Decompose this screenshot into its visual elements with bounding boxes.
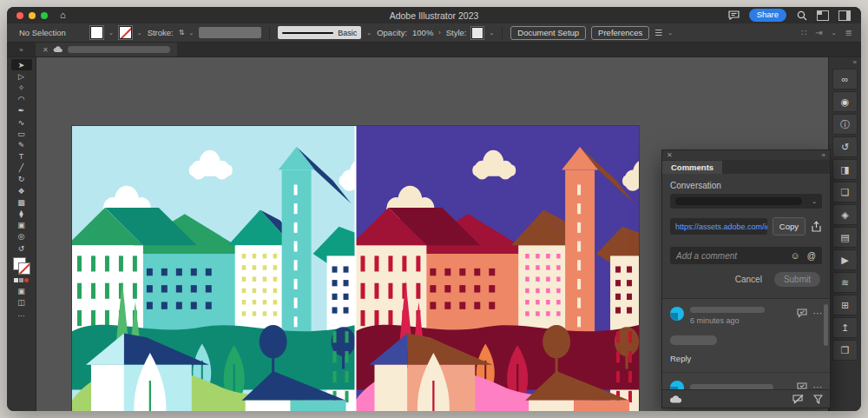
document-setup-button[interactable]: Document Setup xyxy=(510,26,586,40)
stroke-color-chevron[interactable]: ⌄ xyxy=(137,30,142,36)
arrange-options-icon[interactable]: ≣ xyxy=(845,28,852,37)
comment-overflow-icon[interactable]: ⋯ xyxy=(813,382,823,389)
layers-icon[interactable]: ◈ xyxy=(832,204,858,225)
snap-options-chevron[interactable]: ⌄ xyxy=(832,30,837,36)
line-segment-tool[interactable]: ╱ xyxy=(11,163,32,174)
properties-icon[interactable]: ≋ xyxy=(832,272,858,293)
direct-selection-tool[interactable]: ▷ xyxy=(11,70,32,82)
opacity-value[interactable]: 100% xyxy=(412,28,433,37)
shape-builder-tool[interactable]: ❖ xyxy=(11,185,32,196)
cloud-sync-icon[interactable] xyxy=(669,395,682,403)
chevron-down-icon: ⌄ xyxy=(812,198,817,205)
add-comment-input[interactable]: Add a comment ☺ @ xyxy=(670,247,822,264)
align-icon[interactable]: ⊞ xyxy=(832,295,858,315)
hand-tool[interactable]: ↺ xyxy=(11,242,32,254)
commenter-name-redacted xyxy=(690,307,765,313)
conversation-dropdown[interactable]: ⌄ xyxy=(670,194,822,209)
gradient-icon[interactable]: ◨ xyxy=(832,159,858,180)
libraries-icon[interactable]: ∞ xyxy=(832,69,858,90)
search-icon[interactable] xyxy=(796,10,807,21)
lasso-tool[interactable]: ◠ xyxy=(11,94,32,105)
color-mode-buttons[interactable] xyxy=(14,278,29,282)
actions-icon[interactable]: ▶ xyxy=(832,249,858,270)
reply-link[interactable]: Reply xyxy=(670,354,822,363)
resolve-comment-icon[interactable] xyxy=(797,382,807,390)
home-icon[interactable]: ⌂ xyxy=(60,10,66,20)
comment-item[interactable]: 6 minutes ago ⋯ xyxy=(670,307,822,325)
swatches-icon[interactable]: ❏ xyxy=(832,182,858,202)
info-icon[interactable]: ⓘ xyxy=(832,114,858,135)
magic-wand-tool[interactable]: ✧ xyxy=(11,82,32,93)
panel-collapse-icon[interactable]: » xyxy=(822,151,825,159)
share-button[interactable]: Share xyxy=(749,9,786,21)
snap-options-icon[interactable]: ⇥ xyxy=(815,28,822,37)
version-history-icon[interactable]: ↺ xyxy=(832,136,858,157)
comment-timestamp: 6 minutes ago xyxy=(690,316,791,325)
zoom-window-button[interactable] xyxy=(41,12,48,19)
rotate-tool[interactable]: ↻ xyxy=(11,174,32,185)
close-document-icon[interactable]: ✕ xyxy=(43,46,49,54)
fill-color-chevron[interactable]: ⌄ xyxy=(108,30,114,36)
symbols-icon[interactable]: ❐ xyxy=(832,340,858,361)
panel-layout-icon[interactable] xyxy=(838,10,851,21)
gradient-tool[interactable]: ▩ xyxy=(11,196,32,208)
document-tab-bar: » ✕ xyxy=(7,43,861,57)
avatar xyxy=(670,381,684,389)
preferences-button[interactable]: Preferences xyxy=(591,26,649,40)
opacity-chevron[interactable]: › xyxy=(438,30,440,36)
document-tab[interactable]: ✕ xyxy=(36,43,177,56)
pen-tool[interactable]: ✒ xyxy=(11,105,32,116)
paintbrush-tool[interactable]: ✎ xyxy=(11,139,32,150)
rectangle-tool[interactable]: ▭ xyxy=(11,128,32,139)
hide-resolved-comments-icon[interactable] xyxy=(792,395,805,404)
draw-mode-icon[interactable]: ▣ xyxy=(11,285,32,296)
style-swatch[interactable] xyxy=(471,27,483,39)
color-icon[interactable]: ◉ xyxy=(832,91,858,112)
comment-bubble-icon[interactable] xyxy=(728,10,740,21)
eyedropper-tool[interactable]: ⧫ xyxy=(11,208,32,219)
variable-width-profile-field[interactable] xyxy=(199,27,261,38)
dock-collapse-icon[interactable]: » xyxy=(853,58,857,67)
share-url-field[interactable]: https://assets.adobe.com/id/ur... xyxy=(670,218,767,235)
curvature-tool[interactable]: ∿ xyxy=(11,116,32,128)
fill-stroke-indicator[interactable] xyxy=(13,257,30,275)
comment-overflow-icon[interactable]: ⋯ xyxy=(813,308,823,318)
text-options-icon[interactable]: ☰ xyxy=(654,28,662,37)
stroke-weight-stepper[interactable]: ⇅ xyxy=(179,29,184,36)
grid-options-icon[interactable]: ∷ xyxy=(801,28,806,37)
more-tools-button[interactable]: … xyxy=(11,309,32,320)
stroke-indicator[interactable] xyxy=(18,262,30,275)
emoji-icon[interactable]: ☺ xyxy=(791,250,800,261)
fill-color-swatch[interactable] xyxy=(90,26,103,39)
workspace-switcher-icon[interactable] xyxy=(817,10,829,21)
artboard-tool[interactable]: ▣ xyxy=(11,220,32,231)
toolbar-collapse-icon[interactable]: » xyxy=(7,46,36,54)
copy-button[interactable]: Copy xyxy=(773,217,806,236)
brush-chevron[interactable]: ⌄ xyxy=(366,30,372,36)
submit-button[interactable]: Submit xyxy=(774,272,820,287)
share-upload-icon[interactable] xyxy=(811,221,822,233)
comments-scrollbar-thumb[interactable] xyxy=(824,304,828,346)
mention-icon[interactable]: @ xyxy=(807,251,816,261)
artboards-icon[interactable]: ▤ xyxy=(832,227,858,248)
selection-tool[interactable]: ➤ xyxy=(11,59,32,70)
tools-panel: ➤ ▷ ✧ ◠ ✒ ∿ ▭ ✎ T ╱ ↻ ❖ ▩ ⧫ ▣ ◎ ↺ ▣ ◫ xyxy=(7,57,36,411)
zoom-tool[interactable]: ◎ xyxy=(11,231,32,242)
stroke-weight-chevron[interactable]: ⌄ xyxy=(188,30,194,36)
tab-comments[interactable]: Comments xyxy=(662,161,722,174)
stroke-color-swatch[interactable] xyxy=(119,26,132,39)
export-icon[interactable]: ↥ xyxy=(832,317,858,338)
close-window-button[interactable] xyxy=(16,12,23,19)
filter-icon[interactable] xyxy=(813,395,823,404)
text-options-chevron[interactable]: ⌄ xyxy=(667,30,673,36)
type-tool[interactable]: T xyxy=(11,151,32,163)
style-chevron[interactable]: ⌄ xyxy=(489,30,494,36)
minimize-window-button[interactable] xyxy=(29,12,36,19)
panel-close-icon[interactable]: ✕ xyxy=(667,151,673,159)
brush-definition-dropdown[interactable]: Basic xyxy=(278,26,361,39)
screen-mode-icon[interactable]: ◫ xyxy=(11,296,32,308)
cityscape-illustration xyxy=(72,126,639,411)
cancel-button[interactable]: Cancel xyxy=(735,275,762,284)
resolve-comment-icon[interactable] xyxy=(797,309,807,318)
comment-item[interactable]: ⋯ xyxy=(670,381,822,389)
